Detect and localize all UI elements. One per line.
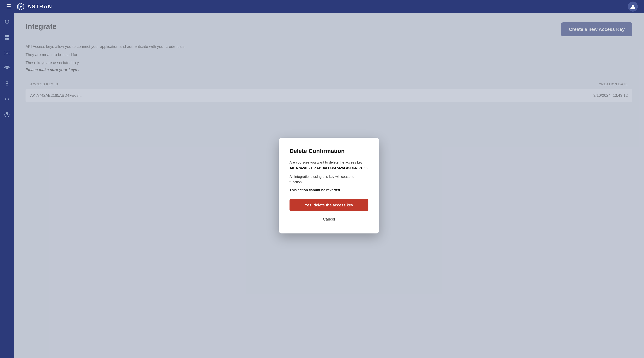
topnav: ☰ ASTRAN: [0, 0, 644, 13]
logo: ASTRAN: [16, 2, 52, 11]
svg-rect-6: [5, 35, 6, 37]
sidebar-item-help[interactable]: [3, 110, 11, 119]
sidebar-item-grid[interactable]: [3, 33, 11, 42]
logo-text: ASTRAN: [27, 3, 52, 10]
confirm-delete-button[interactable]: Yes, delete the access key: [290, 199, 368, 211]
svg-point-12: [8, 51, 9, 52]
svg-rect-8: [5, 38, 6, 40]
svg-point-2: [20, 5, 22, 7]
cancel-button[interactable]: Cancel: [290, 215, 368, 223]
sidebar-item-plug[interactable]: [3, 80, 11, 88]
delete-confirmation-modal: Delete Confirmation Are you sure you wan…: [279, 138, 379, 233]
modal-body-text: Are you sure you want to delete the acce…: [290, 160, 368, 171]
user-icon: [630, 4, 636, 9]
content-area: Integrate Create a new Access Key API Ac…: [14, 13, 644, 358]
modal-key-value: AKIA742AE2165ABD4FE6847425FA9D64E7C2: [290, 166, 365, 170]
modal-body-suffix: ?: [366, 166, 368, 170]
svg-point-13: [5, 54, 6, 55]
svg-rect-7: [7, 35, 9, 37]
modal-irrev-text: This action cannot be reverted: [290, 188, 368, 192]
svg-point-19: [6, 68, 8, 69]
sidebar-item-code[interactable]: [3, 95, 11, 104]
svg-point-25: [7, 116, 7, 116]
sidebar: [0, 13, 14, 358]
main-layout: Integrate Create a new Access Key API Ac…: [0, 13, 644, 358]
sidebar-item-shield[interactable]: [3, 18, 11, 26]
sidebar-item-fingerprint[interactable]: [3, 64, 11, 73]
svg-point-3: [632, 5, 634, 7]
svg-rect-20: [6, 82, 8, 84]
modal-title: Delete Confirmation: [290, 148, 368, 154]
modal-warning-text: All integrations using this key will cea…: [290, 174, 368, 185]
sidebar-item-network[interactable]: [3, 49, 11, 57]
modal-overlay: Delete Confirmation Are you sure you wan…: [14, 13, 644, 358]
hamburger-menu-icon[interactable]: ☰: [6, 4, 11, 9]
modal-body-prefix: Are you sure you want to delete the acce…: [290, 161, 362, 164]
user-avatar[interactable]: [628, 1, 638, 11]
svg-point-11: [5, 51, 6, 52]
svg-point-14: [8, 54, 9, 55]
svg-rect-9: [7, 38, 9, 40]
logo-icon: [16, 2, 25, 11]
